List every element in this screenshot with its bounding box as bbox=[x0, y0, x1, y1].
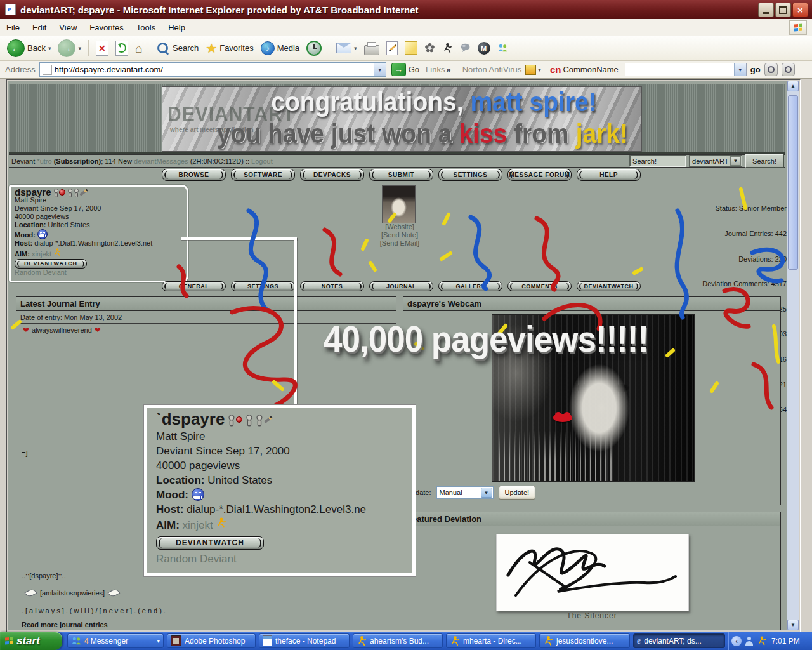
ie-favicon bbox=[43, 65, 52, 75]
deviantwatch-button[interactable]: DEVIANTWATCH bbox=[15, 259, 87, 269]
commonname-go[interactable]: go bbox=[750, 65, 761, 74]
stop-button[interactable]: ✕ bbox=[93, 39, 112, 57]
aim-link[interactable]: xinjekt bbox=[32, 250, 51, 258]
links-label[interactable]: Links bbox=[426, 65, 445, 74]
history-button[interactable] bbox=[303, 39, 325, 57]
profile-username: dspayre bbox=[15, 188, 51, 196]
vertical-scrollbar[interactable]: ▲ ▼ bbox=[787, 81, 799, 630]
tab-message-forum[interactable]: MESSAGE FORUM bbox=[508, 169, 572, 181]
menu-edit[interactable]: Edit bbox=[26, 23, 53, 32]
tab-browse[interactable]: BROWSE bbox=[162, 169, 226, 181]
group-caret-icon[interactable]: ▾ bbox=[154, 634, 160, 647]
task-notepad[interactable]: theface - Notepad bbox=[259, 633, 350, 648]
tab-submit[interactable]: SUBMIT bbox=[369, 169, 433, 181]
deviantmessages-link[interactable]: deviantMessages bbox=[134, 157, 188, 165]
tray-buddy-icon[interactable] bbox=[745, 637, 754, 646]
go-button-label[interactable]: Go bbox=[409, 65, 419, 74]
commonname-dropdown[interactable]: ▾ bbox=[734, 63, 746, 76]
task-ie-deviantart[interactable]: edeviantART; ds... bbox=[633, 633, 725, 648]
chevron-down-icon[interactable]: ▼ bbox=[730, 156, 741, 166]
print-button[interactable] bbox=[361, 40, 383, 56]
profile-realname: Matt Spire bbox=[15, 196, 183, 204]
print-icon bbox=[364, 45, 379, 55]
deviant-badge-icon bbox=[73, 189, 78, 196]
address-dropdown[interactable]: ▾ bbox=[374, 63, 386, 76]
messenger-balloon-button[interactable] bbox=[457, 41, 474, 55]
search-scope-select[interactable]: deviantART▼ bbox=[689, 155, 742, 167]
discuss-button[interactable] bbox=[402, 40, 421, 56]
random-deviant-link[interactable]: Random Deviant bbox=[15, 269, 183, 277]
tab-devpacks[interactable]: DEVPACKS bbox=[300, 169, 364, 181]
menu-help[interactable]: Help bbox=[162, 23, 192, 32]
restore-button[interactable] bbox=[775, 3, 791, 17]
address-input[interactable]: http://dspayre.deviantart.com/ ▾ bbox=[39, 62, 386, 77]
update-button[interactable]: Update! bbox=[499, 486, 536, 500]
media-m-button[interactable]: M bbox=[475, 41, 494, 56]
send-email-link[interactable]: [Send EMail] bbox=[352, 239, 447, 248]
scroll-thumb[interactable] bbox=[788, 95, 798, 270]
refresh-button[interactable] bbox=[112, 39, 131, 57]
links-chevron-icon[interactable]: » bbox=[446, 65, 450, 74]
tab-gallery[interactable]: GALLERY bbox=[438, 281, 502, 291]
start-button[interactable]: start bbox=[0, 632, 62, 650]
commonname-input[interactable]: ▾ bbox=[625, 63, 747, 76]
profile-since: Deviant Since Sep 17, 2000 bbox=[15, 204, 183, 213]
tray-chevron-icon[interactable]: ‹ bbox=[731, 636, 742, 646]
favorites-button[interactable]: ★ Favorites bbox=[202, 41, 256, 56]
aim-button[interactable] bbox=[439, 41, 456, 55]
website-link[interactable]: [Website] bbox=[352, 223, 447, 231]
scroll-down-button[interactable]: ▼ bbox=[787, 620, 799, 630]
forward-button[interactable]: → ▾ bbox=[55, 38, 84, 58]
send-note-link[interactable]: [Send Note] bbox=[352, 231, 447, 239]
media-button[interactable]: ♪ Media bbox=[258, 40, 303, 56]
logout-link[interactable]: Logout bbox=[251, 157, 273, 165]
plugin-flower-button[interactable] bbox=[421, 41, 438, 55]
task-aim-chat-2[interactable]: jesusdosntlove... bbox=[539, 633, 630, 648]
read-more-link[interactable]: Read more journal entries bbox=[22, 621, 108, 628]
norton-label[interactable]: Norton AntiVirus bbox=[462, 65, 522, 74]
msn-messenger-button[interactable] bbox=[494, 41, 511, 55]
tab-comments[interactable]: COMMENTS bbox=[508, 281, 572, 291]
commonname-search-icon[interactable] bbox=[764, 63, 778, 76]
minimize-button[interactable] bbox=[758, 3, 774, 17]
titlebar: deviantART; dspayre - Microsoft Internet… bbox=[0, 0, 812, 19]
tab-deviantwatch[interactable]: DEVIANTWATCH bbox=[577, 281, 641, 291]
heart-icon: ❤ bbox=[23, 326, 29, 335]
stat-row: Deviations: 220 bbox=[590, 255, 787, 263]
tray-aim-icon[interactable] bbox=[757, 635, 767, 646]
menu-favorites[interactable]: Favorites bbox=[83, 23, 129, 32]
tab-profile-settings[interactable]: SETTINGS bbox=[231, 281, 295, 291]
tab-help[interactable]: HELP bbox=[577, 169, 641, 181]
site-search-button[interactable]: Search! bbox=[745, 154, 784, 168]
tab-software[interactable]: SOFTWARE bbox=[231, 169, 295, 181]
task-messenger[interactable]: 4 Messenger ▾ bbox=[67, 633, 164, 648]
profile-name-row: dspayre bbox=[15, 188, 183, 196]
close-button[interactable]: × bbox=[792, 3, 808, 17]
site-search-input[interactable]: Search! bbox=[629, 155, 686, 167]
tab-settings[interactable]: SETTINGS bbox=[438, 169, 502, 181]
menu-view[interactable]: View bbox=[53, 23, 83, 32]
chevron-down-icon[interactable]: ▼ bbox=[481, 488, 492, 498]
update-mode-select[interactable]: Manual▼ bbox=[436, 486, 494, 499]
home-button[interactable]: ⌂ bbox=[132, 41, 146, 56]
subscription-orb-icon bbox=[59, 189, 65, 196]
featured-deviation-image[interactable] bbox=[496, 534, 689, 611]
tab-general[interactable]: GENERAL bbox=[162, 281, 226, 291]
back-button[interactable]: ← Back ▾ bbox=[4, 38, 54, 58]
go-button-icon[interactable]: → bbox=[391, 63, 406, 76]
edit-button[interactable] bbox=[383, 40, 401, 56]
menu-tools[interactable]: Tools bbox=[130, 23, 162, 32]
tab-journal[interactable]: JOURNAL bbox=[369, 281, 433, 291]
task-aim-chat-1[interactable]: mhearta - Direc... bbox=[446, 633, 536, 648]
norton-icon[interactable] bbox=[525, 65, 536, 75]
avatar[interactable] bbox=[382, 185, 416, 223]
commonname-browse-icon[interactable] bbox=[782, 63, 795, 76]
task-photoshop[interactable]: Adobe Photoshop bbox=[167, 633, 256, 648]
username-link[interactable]: *utro bbox=[37, 157, 51, 165]
mail-button[interactable]: ▾ bbox=[333, 41, 360, 55]
tab-notes[interactable]: NOTES bbox=[300, 281, 364, 291]
task-aim-buddy[interactable]: aheartsm's Bud... bbox=[353, 633, 443, 648]
search-button[interactable]: Search bbox=[154, 41, 202, 55]
menu-file[interactable]: File bbox=[0, 23, 26, 32]
scroll-up-button[interactable]: ▲ bbox=[787, 81, 799, 91]
